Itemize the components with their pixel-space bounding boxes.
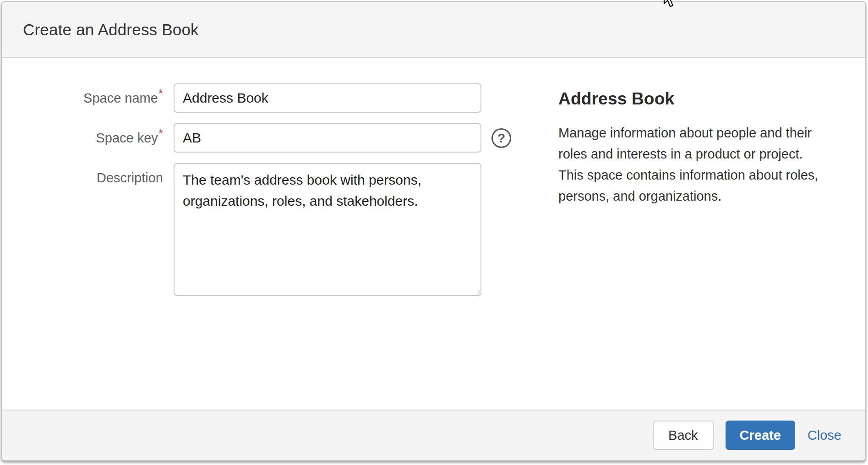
back-button[interactable]: Back <box>653 421 713 450</box>
space-key-label: Space key* <box>2 123 163 153</box>
required-asterisk: * <box>158 126 163 140</box>
space-key-row: Space key* ? <box>2 123 513 153</box>
description-label: Description <box>2 163 163 192</box>
help-question-icon[interactable]: ? <box>491 128 511 148</box>
dialog-body: Space name* Space key* ? Description The… <box>2 58 865 410</box>
required-asterisk: * <box>158 87 163 100</box>
close-link[interactable]: Close <box>808 428 841 443</box>
description-label-text: Description <box>97 170 163 185</box>
space-key-label-text: Space key <box>96 131 158 145</box>
dialog-header: Create an Address Book <box>2 2 865 58</box>
space-name-label-text: Space name <box>83 91 158 105</box>
space-info-panel: Address Book Manage information about pe… <box>558 58 845 410</box>
space-name-label: Space name* <box>2 83 163 113</box>
dialog-footer: Back Create Close <box>2 410 865 460</box>
space-key-input[interactable] <box>174 123 481 153</box>
description-textarea[interactable]: The team's address book with persons, or… <box>174 163 481 296</box>
info-panel-description: Manage information about people and thei… <box>558 122 845 207</box>
description-row: Description The team's address book with… <box>2 163 513 296</box>
space-name-row: Space name* <box>2 83 513 113</box>
space-name-input[interactable] <box>174 83 481 113</box>
dialog-title: Create an Address Book <box>2 2 865 57</box>
info-panel-heading: Address Book <box>558 89 845 109</box>
create-button[interactable]: Create <box>726 421 795 450</box>
space-form: Space name* Space key* ? Description The… <box>2 58 513 410</box>
create-space-dialog: Create an Address Book Space name* Space… <box>1 1 866 461</box>
